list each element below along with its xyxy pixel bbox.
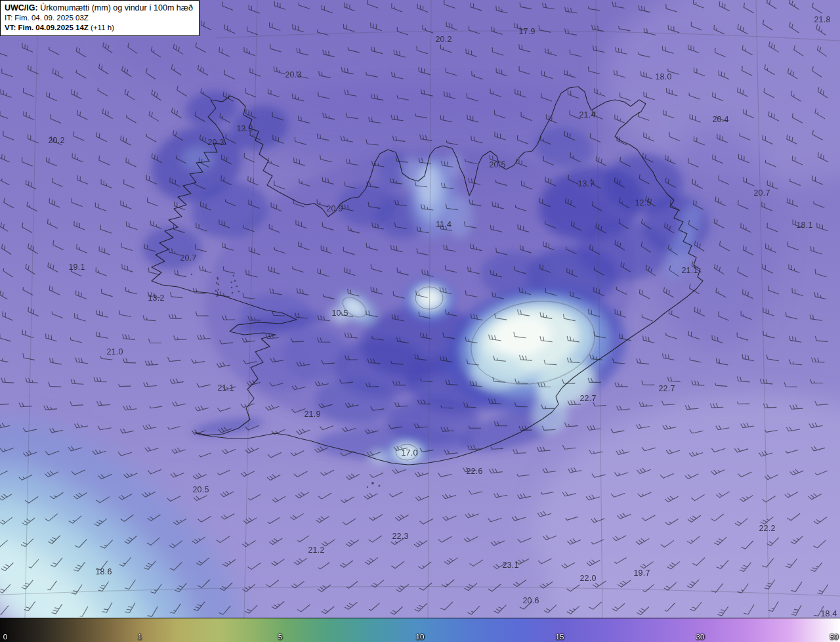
colorbar-tick-label: 5 bbox=[278, 633, 282, 641]
valid-time-line: VT: Fim. 04.09.2025 14Z (+11 h) bbox=[5, 23, 193, 33]
map-title: Úrkomumætti (mm) og vindur í 100m hæð bbox=[38, 3, 193, 12]
map-title-box: UWC/IG: Úrkomumætti (mm) og vindur í 100… bbox=[0, 0, 200, 36]
weather-map: 20.217.921.820.318.013.820.320.221.420.4… bbox=[0, 0, 840, 642]
colorbar-tick-label: 50 bbox=[830, 633, 839, 641]
colorbar-tick-label: 10 bbox=[416, 633, 425, 641]
init-time: IT: Fim. 04. 09. 2025 03Z bbox=[5, 13, 193, 23]
map-title-line: UWC/IG: Úrkomumætti (mm) og vindur í 100… bbox=[5, 3, 193, 13]
colorbar-tick-label: 1 bbox=[138, 633, 142, 641]
colorbar: 01510153050 bbox=[0, 618, 840, 642]
valid-time: VT: Fim. 04.09.2025 14Z bbox=[5, 24, 89, 32]
valid-offset: (+11 h) bbox=[89, 24, 114, 32]
colorbar-tick-label: 15 bbox=[556, 633, 564, 641]
precipitation-wind-field bbox=[0, 0, 840, 618]
colorbar-tick-label: 0 bbox=[3, 633, 7, 641]
colorbar-tick-label: 30 bbox=[696, 633, 705, 641]
colorbar-labels: 01510153050 bbox=[0, 618, 840, 642]
model-source-label: UWC/IG: bbox=[5, 3, 38, 12]
